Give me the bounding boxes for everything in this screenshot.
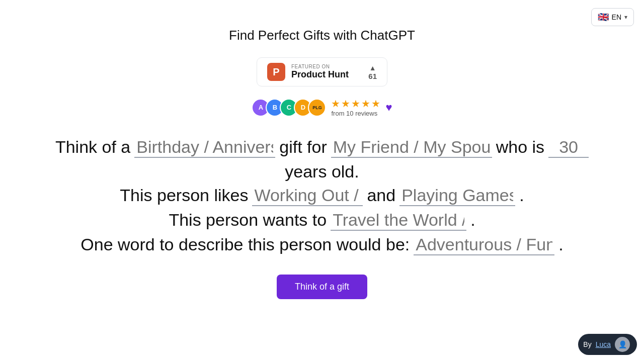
chevron-down-icon: ▾ <box>624 14 627 21</box>
flag-icon: 🇬🇧 <box>598 12 609 23</box>
madlib-text: who is <box>496 137 544 157</box>
star-icon: ★ <box>341 98 350 110</box>
star-icon: ★ <box>351 98 360 110</box>
language-selector[interactable]: 🇬🇧 EN ▾ <box>591 8 634 26</box>
madlib-text: This person wants to <box>169 210 327 230</box>
main-content: Find Perfect Gifts with ChatGPT P FEATUR… <box>0 0 644 299</box>
product-hunt-votes: ▲ 61 <box>368 64 377 80</box>
credit-badge: By Luca 👤 <box>578 334 637 355</box>
credit-link[interactable]: Luca <box>596 340 611 348</box>
lang-code: EN <box>612 13 621 21</box>
madlib-text: years old. <box>285 162 359 182</box>
credit-avatar: 👤 <box>615 337 630 352</box>
product-hunt-text: FEATURED ON Product Hunt <box>291 64 362 80</box>
think-of-gift-button[interactable]: Think of a gift <box>277 275 367 299</box>
star-icon: ★ <box>371 98 380 110</box>
madlib-text: This person likes <box>120 186 248 205</box>
madlib-text: . <box>558 235 563 254</box>
credit-prefix: By <box>583 340 591 348</box>
star-icon: ★ <box>361 98 370 110</box>
recipient-input[interactable] <box>331 137 492 158</box>
madlib-text: One word to describe this person would b… <box>80 235 410 254</box>
product-hunt-name: Product Hunt <box>291 69 362 80</box>
madlib-text: . <box>470 210 475 230</box>
likes2-input[interactable] <box>399 186 515 206</box>
madlib-line-4: One word to describe this person would b… <box>80 235 563 255</box>
madlib-line-1: Think of a gift for who is years old. <box>30 137 614 182</box>
product-hunt-logo: P <box>267 63 285 81</box>
page-title: Find Perfect Gifts with ChatGPT <box>229 28 415 43</box>
likes1-input[interactable] <box>252 186 363 206</box>
madlib-text: and <box>367 186 395 205</box>
review-count: from 10 reviews <box>331 110 377 117</box>
madlib-line-3: This person wants to . <box>169 210 475 231</box>
age-input[interactable] <box>548 137 589 158</box>
product-hunt-badge[interactable]: P FEATURED ON Product Hunt ▲ 61 <box>257 57 387 86</box>
madlib-text: Think of a <box>55 137 130 157</box>
star-icon: ★ <box>331 98 340 110</box>
madlib-line-2: This person likes and . <box>120 186 524 206</box>
reviews-row: A B C D PLG ★ ★ ★ ★ ★ from 10 reviews ♥ <box>252 98 392 117</box>
madlib-text: gift for <box>279 137 327 157</box>
star-rating: ★ ★ ★ ★ ★ from 10 reviews <box>331 98 380 117</box>
vote-arrow-icon: ▲ <box>369 64 376 72</box>
avatar: PLG <box>308 99 326 117</box>
vote-count: 61 <box>368 72 377 80</box>
describe-input[interactable] <box>414 235 554 255</box>
madlib-form: Think of a gift for who is years old. Th… <box>0 137 644 299</box>
occasion-input[interactable] <box>134 137 275 158</box>
wants-input[interactable] <box>331 210 466 231</box>
heart-icon: ♥ <box>385 101 392 114</box>
featured-label: FEATURED ON <box>291 64 362 69</box>
avatar-group: A B C D PLG <box>252 99 326 117</box>
madlib-text: . <box>519 186 524 205</box>
stars-display: ★ ★ ★ ★ ★ <box>331 98 380 110</box>
